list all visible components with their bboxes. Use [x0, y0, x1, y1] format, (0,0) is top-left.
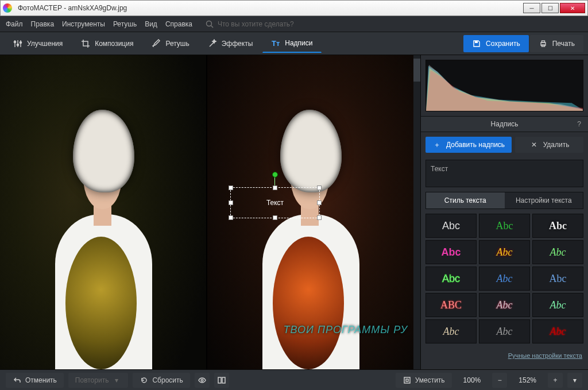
delete-caption-label: Удалить [543, 141, 570, 149]
toggle-preview-button[interactable] [195, 373, 210, 388]
add-caption-button[interactable]: ＋ Добавить надпись [425, 137, 512, 153]
resize-handle[interactable] [229, 215, 233, 220]
compare-button[interactable] [214, 373, 229, 388]
tab-captions[interactable]: Tт Надписи [262, 34, 321, 53]
undo-label: Отменить [25, 376, 57, 384]
search-icon [205, 20, 214, 29]
text-style-preset[interactable]: Abc [479, 214, 530, 238]
caption-tabs: Стиль текста Настройки текста [425, 192, 583, 209]
search-input[interactable] [218, 20, 332, 28]
menu-edit[interactable]: Правка [31, 20, 55, 28]
fit-label: Уместить [415, 376, 445, 384]
toolbar: Улучшения Композиция Ретушь Эффекты Tт Н… [0, 32, 588, 55]
text-style-preset[interactable]: Abc [425, 267, 477, 291]
menu-view[interactable]: Вид [145, 20, 157, 28]
text-style-preset[interactable]: Abc [532, 214, 583, 238]
zoom-out-button[interactable]: − [492, 373, 507, 388]
svg-point-16 [201, 379, 203, 381]
panel-section-title: Надпись ? [421, 116, 588, 132]
tab-captions-label: Надписи [285, 39, 312, 47]
window-maximize-button[interactable]: ☐ [541, 3, 559, 13]
text-style-preset[interactable]: Abc [425, 214, 477, 238]
save-label: Сохранить [486, 40, 520, 48]
tab-improve-label: Улучшения [27, 40, 63, 48]
tab-text-settings[interactable]: Настройки текста [505, 192, 583, 208]
after-image: Текст [207, 55, 413, 369]
menu-tools[interactable]: Инструменты [62, 20, 105, 28]
text-style-preset[interactable]: Abc [425, 319, 477, 343]
resize-handle[interactable] [317, 215, 322, 220]
resize-handle[interactable] [229, 186, 233, 190]
main-area: Текст ТВОИ ПРОГРАММЫ РУ [0, 55, 588, 369]
panel-footer: Ручные настройки текста [421, 348, 588, 363]
svg-point-5 [14, 41, 16, 43]
menu-retouch[interactable]: Ретушь [113, 20, 137, 28]
histogram [425, 60, 583, 111]
tab-text-style[interactable]: Стиль текста [426, 192, 505, 208]
text-overlay-box[interactable]: Текст [230, 187, 320, 218]
print-icon [539, 39, 548, 48]
crop-icon [81, 39, 90, 48]
text-style-preset[interactable]: Abc [479, 293, 530, 317]
tab-retouch[interactable]: Ретушь [143, 34, 198, 53]
canvas-scrollbar[interactable] [413, 55, 420, 369]
fit-button[interactable]: Уместить [396, 373, 452, 388]
window-close-button[interactable]: ✕ [560, 3, 585, 13]
brush-icon [152, 39, 161, 48]
text-style-preset[interactable]: Abc [532, 240, 583, 264]
print-button[interactable]: Печать [530, 35, 583, 52]
text-style-preset[interactable]: Abc [479, 267, 530, 291]
app-icon [3, 3, 12, 13]
reset-label: Сбросить [152, 376, 183, 384]
menubar: Файл Правка Инструменты Ретушь Вид Справ… [0, 16, 588, 32]
tab-composition[interactable]: Композиция [72, 34, 142, 53]
svg-point-6 [17, 44, 18, 45]
help-icon[interactable]: ? [577, 120, 581, 128]
text-style-preset[interactable]: Abc [532, 293, 583, 317]
reset-button[interactable]: Сбросить [133, 373, 189, 388]
text-style-preset[interactable]: Abc [479, 319, 530, 343]
tab-improve[interactable]: Улучшения [5, 34, 71, 53]
fit-icon [403, 376, 412, 385]
redo-button[interactable]: Повторить ▾ [68, 373, 129, 388]
rotate-handle[interactable] [272, 172, 278, 177]
tab-composition-label: Композиция [95, 40, 133, 48]
tab-retouch-label: Ретушь [165, 40, 189, 48]
panel-section-label: Надпись [491, 120, 519, 128]
add-caption-label: Добавить надпись [446, 141, 505, 149]
text-style-preset[interactable]: Abc [532, 267, 583, 291]
resize-handle[interactable] [229, 200, 233, 205]
save-button[interactable]: Сохранить [463, 35, 529, 52]
caption-text-value: Текст [431, 165, 448, 173]
menu-file[interactable]: Файл [6, 20, 23, 28]
resize-handle[interactable] [317, 200, 322, 205]
reset-icon [140, 376, 149, 385]
text-styles-grid: AbcAbcAbcAbcAbcAbcAbcAbcAbcABCAbcAbcAbcA… [425, 214, 583, 343]
svg-rect-8 [475, 41, 478, 43]
text-style-preset[interactable]: Abc [479, 240, 530, 264]
resize-handle[interactable] [317, 186, 322, 190]
wand-icon [208, 39, 217, 48]
zoom-dropdown-button[interactable]: ▾ [567, 373, 582, 388]
sliders-icon [13, 39, 22, 48]
menu-help[interactable]: Справка [165, 20, 192, 28]
canvas[interactable]: Текст ТВОИ ПРОГРАММЫ РУ [0, 55, 413, 369]
bottom-bar: Отменить Повторить ▾ Сбросить Уместить 1… [0, 369, 588, 390]
tab-effects[interactable]: Эффекты [199, 34, 262, 53]
resize-handle[interactable] [273, 215, 277, 220]
undo-button[interactable]: Отменить [6, 373, 64, 388]
zoom-100-label[interactable]: 100% [457, 376, 488, 384]
resize-handle[interactable] [273, 186, 277, 190]
text-style-preset[interactable]: Abc [425, 240, 477, 264]
zoom-in-button[interactable]: + [548, 373, 563, 388]
text-style-preset[interactable]: ABC [425, 293, 477, 317]
svg-rect-10 [541, 41, 544, 43]
window-minimize-button[interactable]: ─ [523, 3, 540, 13]
caption-text-input[interactable]: Текст [425, 160, 583, 187]
undo-icon [13, 376, 22, 385]
delete-caption-button[interactable]: ✕ Удалить [515, 137, 583, 153]
svg-point-7 [20, 41, 21, 43]
text-style-preset[interactable]: Abc [532, 319, 583, 343]
text-icon: Tт [271, 38, 280, 48]
manual-text-settings-link[interactable]: Ручные настройки текста [508, 352, 582, 359]
